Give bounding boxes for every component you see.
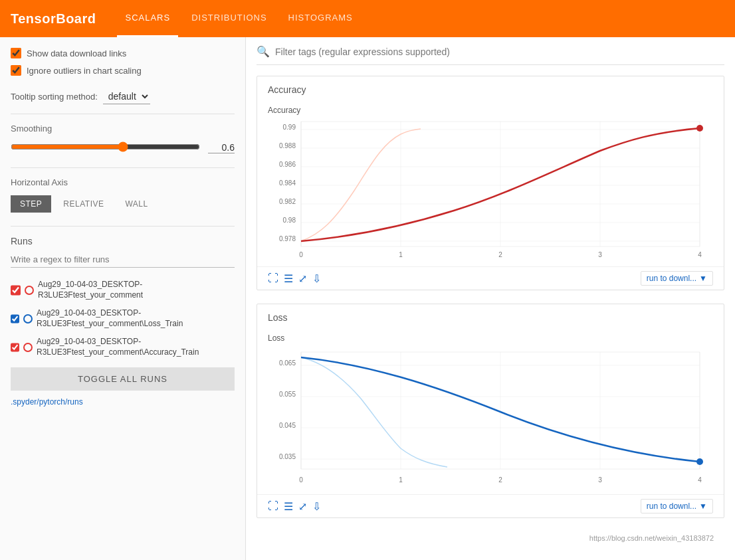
sidebar: Show data download links Ignore outliers… <box>0 37 246 560</box>
accuracy-chart-icons: ⛶ ☰ ⤢ ⇩ <box>268 272 321 285</box>
run-0-circle <box>25 286 34 295</box>
tooltip-select[interactable]: default <box>103 89 150 104</box>
search-input[interactable] <box>275 47 724 57</box>
accuracy-chart-title: Accuracy <box>257 76 724 100</box>
accuracy-chart-card: Accuracy Accuracy 0.99 0.988 0.986 0.984 <box>257 76 724 290</box>
loss-chart-area: Loss 0.065 0.055 0.045 0.035 <box>257 328 724 494</box>
run-item-2: Aug29_10-04-03_DESKTOP-R3LUE3Ftest_your_… <box>11 333 235 361</box>
footer-url: https://blog.csdn.net/weixin_43183872 <box>257 531 724 545</box>
axis-wall-btn[interactable]: WALL <box>116 195 157 213</box>
loss-data-icon[interactable]: ☰ <box>284 500 293 513</box>
nav-distributions[interactable]: DISTRIBUTIONS <box>183 0 274 37</box>
svg-point-20 <box>696 125 703 132</box>
svg-text:0.982: 0.982 <box>279 198 296 205</box>
svg-text:1: 1 <box>399 251 403 258</box>
svg-text:0: 0 <box>299 476 303 484</box>
accuracy-download-icon[interactable]: ⇩ <box>312 272 321 285</box>
accuracy-chart-area: Accuracy 0.99 0.988 0.986 0.984 0.982 0.… <box>257 100 724 266</box>
show-download-links-row: Show data download links <box>11 48 235 58</box>
smoothing-label: Smoothing <box>11 124 235 134</box>
tooltip-label: Tooltip sorting method: <box>11 92 98 102</box>
divider-2 <box>11 167 235 168</box>
chevron-down-icon: ▼ <box>699 274 707 283</box>
loss-chart-toolbar: ⛶ ☰ ⤢ ⇩ run to downl... ▼ <box>257 494 724 517</box>
chevron-down-icon-2: ▼ <box>699 502 707 511</box>
loss-chart-icons: ⛶ ☰ ⤢ ⇩ <box>268 500 321 513</box>
run-2-name: Aug29_10-04-03_DESKTOP-R3LUE3Ftest_your_… <box>37 337 235 357</box>
svg-text:2: 2 <box>498 476 502 484</box>
divider-1 <box>11 114 235 114</box>
axis-label: Horizontal Axis <box>11 177 235 187</box>
runs-section: Runs Aug29_10-04-03_DESKTOP-R3LUE3Ftest_… <box>11 236 235 407</box>
run-2-checkbox[interactable] <box>11 342 19 353</box>
svg-text:3: 3 <box>598 476 602 484</box>
loss-chart-svg: 0.065 0.055 0.045 0.035 <box>268 345 720 492</box>
run-1-circle <box>23 314 33 324</box>
svg-text:0.986: 0.986 <box>279 161 296 168</box>
runs-path[interactable]: .spyder/pytorch/runs <box>11 397 235 407</box>
accuracy-fit-icon[interactable]: ⤢ <box>298 272 307 285</box>
svg-text:0.065: 0.065 <box>279 359 296 367</box>
run-item-1: Aug29_10-04-03_DESKTOP-R3LUE3Ftest_your_… <box>11 304 235 333</box>
run-0-checkbox[interactable] <box>11 285 21 296</box>
run-1-name: Aug29_10-04-03_DESKTOP-R3LUE3Ftest_your_… <box>37 308 235 329</box>
svg-text:4: 4 <box>698 251 702 258</box>
loss-inner-title: Loss <box>268 333 713 343</box>
axis-buttons: STEP RELATIVE WALL <box>11 195 235 213</box>
accuracy-fullscreen-icon[interactable]: ⛶ <box>268 272 278 284</box>
show-download-links-checkbox[interactable] <box>11 48 21 58</box>
svg-text:2: 2 <box>498 251 502 258</box>
main-nav: SCALARS DISTRIBUTIONS HISTOGRAMS <box>117 0 360 37</box>
loss-fullscreen-icon[interactable]: ⛶ <box>268 500 278 512</box>
runs-filter-input[interactable] <box>11 252 235 268</box>
svg-text:0.045: 0.045 <box>279 422 296 429</box>
svg-point-40 <box>696 458 703 465</box>
loss-chart-card: Loss Loss 0.065 0.055 0.045 0.035 <box>257 304 724 518</box>
svg-text:0.978: 0.978 <box>279 235 296 242</box>
loss-run-to-download[interactable]: run to downl... ▼ <box>641 499 713 513</box>
svg-text:1: 1 <box>399 476 403 484</box>
axis-step-btn[interactable]: STEP <box>11 195 51 213</box>
svg-text:0.98: 0.98 <box>283 217 296 224</box>
run-0-name: Aug29_10-04-03_DESKTOP-R3LUE3Ftest_your_… <box>38 280 235 300</box>
svg-text:0: 0 <box>299 251 303 258</box>
svg-text:0.055: 0.055 <box>279 391 296 398</box>
ignore-outliers-label: Ignore outliers in chart scaling <box>27 66 142 76</box>
accuracy-inner-title: Accuracy <box>268 106 713 115</box>
smoothing-slider[interactable] <box>11 141 200 152</box>
run-1-checkbox[interactable] <box>11 314 19 324</box>
svg-text:3: 3 <box>598 251 602 258</box>
accuracy-chart-svg: 0.99 0.988 0.986 0.984 0.982 0.98 0.978 <box>268 118 720 264</box>
app-logo: TensorBoard <box>11 11 96 27</box>
tooltip-row: Tooltip sorting method: default <box>11 89 235 104</box>
loss-download-icon[interactable]: ⇩ <box>312 500 321 513</box>
loss-fit-icon[interactable]: ⤢ <box>298 500 307 513</box>
toggle-all-runs-button[interactable]: TOGGLE ALL RUNS <box>11 367 235 391</box>
svg-text:0.984: 0.984 <box>279 179 296 187</box>
svg-text:0.035: 0.035 <box>279 453 296 460</box>
smoothing-slider-container <box>11 141 200 154</box>
smoothing-value: 0.6 <box>208 142 235 153</box>
run-item-0: Aug29_10-04-03_DESKTOP-R3LUE3Ftest_your_… <box>11 276 235 304</box>
accuracy-data-icon[interactable]: ☰ <box>284 272 293 285</box>
accuracy-run-to-download[interactable]: run to downl... ▼ <box>641 271 713 286</box>
smoothing-row: 0.6 <box>11 141 235 154</box>
nav-scalars[interactable]: SCALARS <box>117 0 178 37</box>
layout: Show data download links Ignore outliers… <box>0 37 735 560</box>
show-download-links-label: Show data download links <box>27 48 126 58</box>
search-icon: 🔍 <box>257 45 270 58</box>
header: TensorBoard SCALARS DISTRIBUTIONS HISTOG… <box>0 0 735 37</box>
axis-relative-btn[interactable]: RELATIVE <box>54 195 113 213</box>
loss-chart-title: Loss <box>257 304 724 328</box>
runs-label: Runs <box>11 236 235 246</box>
run-2-circle <box>23 343 33 352</box>
search-bar: 🔍 <box>257 45 724 65</box>
svg-text:4: 4 <box>698 476 702 484</box>
divider-3 <box>11 226 235 227</box>
nav-histograms[interactable]: HISTOGRAMS <box>280 0 361 37</box>
svg-text:0.988: 0.988 <box>279 142 296 149</box>
ignore-outliers-checkbox[interactable] <box>11 65 21 76</box>
accuracy-chart-toolbar: ⛶ ☰ ⤢ ⇩ run to downl... ▼ <box>257 266 724 290</box>
display-options: Show data download links Ignore outliers… <box>11 48 235 76</box>
main-content: 🔍 Accuracy Accuracy 0.99 0.988 <box>246 37 735 560</box>
